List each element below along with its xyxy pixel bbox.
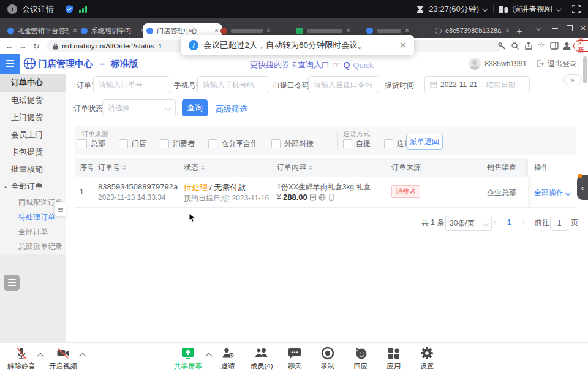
- toast-close-icon[interactable]: ✕: [399, 40, 407, 51]
- checkbox-hq[interactable]: [78, 139, 87, 148]
- reload-icon[interactable]: ↻: [29, 42, 43, 51]
- new-tab-button[interactable]: +: [510, 23, 529, 38]
- meeting-info-icon[interactable]: i: [7, 4, 17, 14]
- checkbox-warehouse-share[interactable]: [208, 139, 217, 148]
- header-source: 订单来源: [391, 158, 421, 177]
- obscured-tab-title: [231, 29, 263, 33]
- order-table-row[interactable]: 1 83859345088979792a 2023-11-13 14:33:34…: [75, 177, 576, 208]
- quick-label[interactable]: Quick: [353, 61, 373, 70]
- tab-close-icon[interactable]: ×: [505, 26, 510, 35]
- browser-tab-7[interactable]: e8c573980b1328a258fd2e618 ×: [431, 23, 513, 38]
- tab-close-icon[interactable]: ×: [405, 26, 409, 35]
- browser-tab-2[interactable]: 系统培训学习 ×: [77, 23, 148, 38]
- checkbox-external-label: 外部对接: [284, 139, 314, 149]
- window-minimize-button[interactable]: [550, 18, 560, 38]
- timer-dropdown-icon[interactable]: [482, 6, 488, 12]
- tabstrip-dropdown-icon[interactable]: [534, 18, 544, 38]
- share-icon[interactable]: [524, 42, 533, 50]
- user-avatar[interactable]: [469, 58, 481, 70]
- network-signal-icon[interactable]: [79, 6, 87, 13]
- date-range-input[interactable]: 2022-11-21 - 结束日期: [424, 76, 530, 93]
- prev-page-button[interactable]: ‹: [493, 216, 496, 229]
- header-status-label: 状态: [184, 162, 198, 173]
- start-video-button[interactable]: 开启视频: [40, 345, 86, 371]
- phone-icon[interactable]: [328, 194, 335, 201]
- row-source: 消费者: [391, 185, 420, 198]
- goto-page-input[interactable]: 1: [550, 216, 568, 231]
- checkbox-external[interactable]: [271, 139, 281, 148]
- header-actions: 操作: [528, 158, 582, 177]
- meeting-topbar: i 会议详情 23:27(60分钟) 演讲者视图: [0, 0, 588, 18]
- search-button[interactable]: 查询: [182, 99, 208, 116]
- title-divider: –: [99, 58, 104, 69]
- view-dropdown-icon[interactable]: [556, 6, 562, 12]
- header-status[interactable]: 状态: [184, 158, 205, 177]
- side-panel-icon[interactable]: [550, 42, 559, 50]
- forward-icon[interactable]: →: [16, 42, 29, 51]
- checkbox-consumer[interactable]: [160, 139, 169, 148]
- sort-icon[interactable]: [309, 165, 312, 170]
- tab-close-icon[interactable]: ×: [266, 26, 271, 35]
- receipt-icon[interactable]: [309, 194, 317, 201]
- unmute-button[interactable]: 解除静音: [0, 345, 45, 371]
- tab-close-icon[interactable]: ×: [346, 26, 350, 35]
- sort-icon[interactable]: [123, 165, 126, 170]
- next-page-button[interactable]: ›: [522, 216, 525, 229]
- menu-hamburger-button[interactable]: [0, 54, 20, 74]
- phone-input[interactable]: 请输入手机号码: [197, 76, 270, 93]
- bookmark-star-icon[interactable]: ☆: [538, 40, 545, 50]
- order-status-select[interactable]: 请选择: [102, 99, 176, 116]
- globe-icon[interactable]: [318, 194, 326, 201]
- sidebar-item-all-orders-group[interactable]: ▴ 全部订单: [0, 178, 66, 195]
- panel-divider: [337, 131, 338, 150]
- tab-separator: [75, 27, 75, 35]
- header-order-no[interactable]: 订单号: [98, 158, 126, 177]
- checkbox-delivery[interactable]: [384, 139, 393, 148]
- chrome-update-button[interactable]: 更新 ⋮: [573, 40, 588, 52]
- row-price-line: ¥ 288.00: [277, 193, 335, 202]
- sort-icon[interactable]: [201, 165, 205, 170]
- sidebar-item-door-pickup[interactable]: 上门提货: [0, 109, 66, 126]
- header-content[interactable]: 订单内容: [277, 158, 312, 177]
- sidebar-collapse-handle[interactable]: [55, 202, 66, 216]
- row-action-dropdown[interactable]: 全部操作: [534, 188, 570, 198]
- view-mode-selector[interactable]: 演讲者视图: [513, 4, 552, 15]
- sidebar-item-card-pickup[interactable]: 卡包提货: [0, 143, 66, 161]
- profile-avatar-icon[interactable]: [562, 41, 571, 50]
- page-size-select[interactable]: 30条/页: [445, 216, 492, 231]
- order-no-input[interactable]: 请输入订单号: [93, 76, 170, 93]
- settings-button[interactable]: 设置: [404, 345, 450, 371]
- fullscreen-icon[interactable]: [572, 5, 581, 13]
- logout-button[interactable]: 退出登录: [548, 59, 577, 69]
- window-close-button[interactable]: ×: [578, 18, 588, 38]
- meeting-toast: i 会议已超过2人，自动转为60分钟限时会议。 ✕: [181, 35, 414, 55]
- dispatch-return-button[interactable]: 派单退回: [406, 134, 443, 150]
- back-icon[interactable]: ←: [2, 42, 16, 51]
- meeting-panel-handle[interactable]: ‹: [577, 175, 588, 200]
- quick-entry-link[interactable]: 更快捷的券卡查询入口: [250, 59, 330, 71]
- sidebar-item-batch-verify[interactable]: 批量核销: [0, 161, 66, 178]
- annotation-tool-button[interactable]: [4, 275, 20, 291]
- pickup-code-input[interactable]: 请输入自提口令码: [308, 76, 379, 93]
- phone-placeholder: 请输入手机号码: [203, 80, 254, 90]
- zoom-icon[interactable]: [511, 42, 519, 50]
- sidebar-item-member-visit[interactable]: 会员上门: [0, 126, 66, 143]
- goto-label: 前往: [535, 216, 549, 229]
- divider: [59, 5, 59, 13]
- sidebar-item-phone-pickup[interactable]: 电话提货: [0, 92, 66, 109]
- meeting-timer: 23:27(60分钟): [429, 4, 479, 15]
- window-maximize-button[interactable]: [565, 18, 575, 38]
- sidebar-subitem-hq-dispatch[interactable]: 总部派单记录: [0, 239, 66, 254]
- meeting-details-label[interactable]: 会议详情: [22, 4, 54, 15]
- date-separator: -: [481, 80, 483, 89]
- collapse-filters-button[interactable]: »: [564, 74, 582, 85]
- checkbox-selfpickup[interactable]: [343, 139, 352, 148]
- checkbox-store[interactable]: [119, 139, 128, 148]
- browser-tab-1[interactable]: 礼盒营销平台管理中心 ×: [4, 23, 81, 38]
- security-shield-icon[interactable]: [64, 4, 74, 14]
- advanced-filter-link[interactable]: 高级筛选: [216, 104, 247, 115]
- current-page[interactable]: 1: [507, 216, 511, 229]
- page-scrollbar[interactable]: [583, 56, 587, 83]
- row-index: 1: [80, 188, 84, 196]
- password-key-icon[interactable]: [497, 42, 506, 50]
